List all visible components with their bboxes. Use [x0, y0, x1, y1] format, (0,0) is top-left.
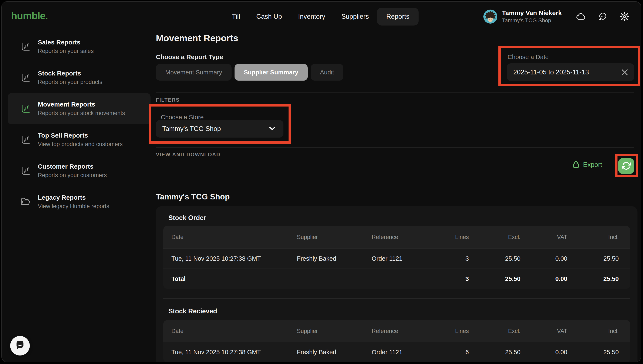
stock-order-title: Stock Order [168, 214, 206, 222]
refresh-button[interactable] [618, 158, 634, 174]
nav-item-cash-up[interactable]: Cash Up [248, 8, 290, 26]
top-bar: humble. Till Cash Up Inventory Suppliers… [2, 2, 641, 32]
date-range-value: 2025-11-05 to 2025-11-13 [513, 68, 621, 76]
bar-chart-icon [20, 103, 31, 114]
shop-section-title: Tammy's TCG Shop [156, 192, 230, 201]
col-reference: Reference [372, 234, 436, 240]
export-icon [572, 160, 580, 169]
col-lines: Lines [436, 234, 469, 240]
store-filter-label: Choose a Store [161, 114, 204, 121]
store-select[interactable]: Tammy's TCG Shop [156, 120, 284, 138]
col-date: Date [172, 328, 297, 334]
nav-item-suppliers[interactable]: Suppliers [333, 8, 377, 26]
report-type-movement-summary[interactable]: Movement Summary [156, 64, 232, 80]
report-card: Stock Order Date Supplier Reference Line… [156, 206, 638, 362]
cell-supplier: Freshly Baked [297, 255, 372, 262]
bar-chart-icon [20, 165, 31, 176]
report-type-supplier-summary[interactable]: Supplier Summary [234, 64, 308, 80]
cell-excl: 25.50 [469, 349, 520, 356]
gear-icon[interactable] [619, 11, 630, 22]
chat-icon[interactable] [598, 11, 608, 22]
report-type-audit[interactable]: Audit [311, 64, 344, 80]
date-range-input[interactable]: 2025-11-05 to 2025-11-13 [507, 63, 634, 81]
page-title: Movement Reports [156, 33, 238, 43]
col-supplier: Supplier [297, 234, 372, 240]
nav-item-reports[interactable]: Reports [377, 8, 419, 26]
total-excl: 25.50 [469, 275, 520, 282]
export-button[interactable]: Export [572, 160, 602, 169]
col-vat: VAT [520, 234, 567, 240]
sidebar-item-top-sell-reports[interactable]: Top Sell Reports View top products and c… [8, 124, 150, 155]
topbar-right: Tammy Van Niekerk Tammy's TCG Shop [483, 2, 630, 32]
sidebar-item-title: Movement Reports [38, 101, 125, 108]
col-excl: Excl. [469, 234, 520, 240]
avatar [483, 10, 497, 24]
table-total-row: Total 3 25.50 0.00 25.50 [163, 268, 630, 289]
cell-incl: 25.50 [567, 255, 619, 262]
filters-section-label: FILTERS [156, 97, 180, 103]
cell-date: Tue, 11 Nov 2025 10:27:38 GMT [172, 349, 297, 356]
app-window: humble. Till Cash Up Inventory Suppliers… [1, 1, 641, 362]
total-vat: 0.00 [520, 275, 567, 282]
col-excl: Excl. [469, 328, 520, 334]
cell-reference: Order 1121 [372, 255, 436, 262]
sidebar-item-title: Customer Reports [38, 163, 107, 170]
humble-logo[interactable]: humble. [11, 10, 48, 22]
reports-sidebar: Sales Reports Reports on your sales Stoc… [8, 31, 150, 217]
cell-incl: 25.50 [567, 349, 619, 356]
sidebar-item-title: Legacy Reports [38, 194, 109, 201]
stock-received-table: Date Supplier Reference Lines Excl. VAT … [163, 320, 630, 362]
table-row: Tue, 11 Nov 2025 10:27:38 GMT Freshly Ba… [163, 248, 630, 268]
bar-chart-icon [20, 41, 31, 52]
cell-lines: 3 [436, 255, 469, 262]
sidebar-item-desc: Reports on your customers [38, 172, 107, 178]
sidebar-item-sales-reports[interactable]: Sales Reports Reports on your sales [8, 31, 150, 62]
table-header-row: Date Supplier Reference Lines Excl. VAT … [163, 226, 630, 248]
divider [156, 147, 634, 148]
chat-launcher-button[interactable] [10, 336, 30, 356]
cloud-icon[interactable] [576, 11, 586, 22]
date-filter-label: Choose a Date [508, 54, 548, 60]
sidebar-item-desc: Reports on your sales [38, 48, 94, 54]
sidebar-item-stock-reports[interactable]: Stock Reports Reports on your products [8, 62, 150, 93]
sidebar-item-title: Top Sell Reports [38, 132, 123, 139]
export-label: Export [583, 161, 602, 168]
nav-item-inventory[interactable]: Inventory [290, 8, 334, 26]
view-download-section-label: VIEW AND DOWNLOAD [156, 152, 220, 158]
sidebar-item-movement-reports[interactable]: Movement Reports Reports on your stock m… [8, 93, 150, 124]
total-lines: 3 [436, 275, 469, 282]
sidebar-item-customer-reports[interactable]: Customer Reports Reports on your custome… [8, 155, 150, 186]
store-select-value: Tammy's TCG Shop [162, 125, 269, 133]
col-supplier: Supplier [297, 328, 372, 334]
cell-lines: 6 [436, 349, 469, 356]
chevron-down-icon [269, 126, 275, 131]
col-vat: VAT [520, 328, 567, 334]
bar-chart-icon [20, 134, 31, 145]
col-reference: Reference [372, 328, 436, 334]
cell-supplier: Freshly Baked [297, 349, 372, 356]
divider [156, 92, 634, 93]
sidebar-item-desc: View legacy Humble reports [38, 203, 109, 210]
cell-vat: 0.00 [520, 255, 567, 262]
cell-vat: 0.00 [520, 349, 567, 356]
sidebar-item-legacy-reports[interactable]: Legacy Reports View legacy Humble report… [8, 186, 150, 217]
user-store: Tammy's TCG Shop [502, 17, 562, 24]
total-label: Total [172, 275, 297, 282]
nav-item-till[interactable]: Till [224, 8, 248, 26]
folder-icon [20, 196, 31, 207]
table-row: Tue, 11 Nov 2025 10:27:38 GMT Freshly Ba… [163, 342, 630, 362]
stock-received-title: Stock Recieved [168, 308, 217, 315]
user-profile[interactable]: Tammy Van Niekerk Tammy's TCG Shop [483, 9, 562, 24]
refresh-icon [622, 162, 631, 171]
cell-excl: 25.50 [469, 255, 520, 262]
table-header-row: Date Supplier Reference Lines Excl. VAT … [163, 320, 630, 342]
col-date: Date [172, 234, 297, 240]
clear-date-icon[interactable] [621, 69, 628, 76]
col-incl: Incl. [567, 234, 619, 240]
user-name: Tammy Van Niekerk [502, 9, 562, 17]
cell-date: Tue, 11 Nov 2025 10:27:38 GMT [172, 255, 297, 262]
main-nav: Till Cash Up Inventory Suppliers Reports [224, 2, 419, 32]
report-type-buttons: Movement Summary Supplier Summary Audit [156, 64, 344, 80]
col-lines: Lines [436, 328, 469, 334]
stock-order-table: Date Supplier Reference Lines Excl. VAT … [163, 226, 630, 289]
